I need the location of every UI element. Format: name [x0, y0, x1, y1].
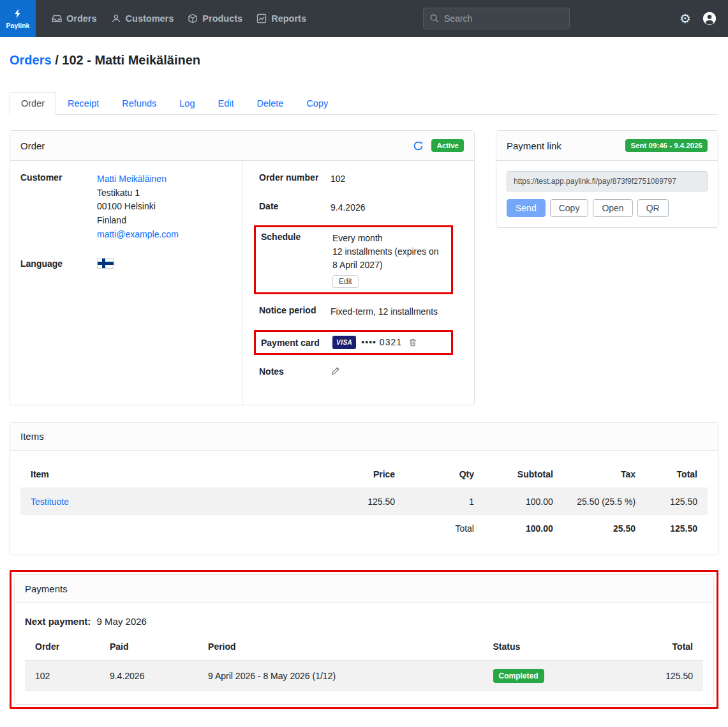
- customer-panel: Customer Matti Meikäläinen Testikatu 1 0…: [10, 161, 242, 405]
- total-subtotal: 100.00: [484, 515, 563, 542]
- tab-order[interactable]: Order: [10, 92, 56, 115]
- total-label: Total: [405, 515, 484, 542]
- page-title: 102 - Matti Meikäläinen: [62, 53, 200, 67]
- finland-flag-icon: [97, 258, 114, 269]
- total-total: 125.50: [646, 515, 708, 542]
- col-paid: Paid: [100, 633, 198, 661]
- order-number-label: Order number: [259, 172, 331, 186]
- notice-period-value: Fixed-term, 12 installments: [331, 305, 438, 319]
- completed-badge: Completed: [493, 669, 544, 683]
- col-ptotal: Total: [632, 633, 703, 661]
- customer-name-link[interactable]: Matti Meikäläinen: [97, 174, 167, 184]
- card-masked-number: •••• 0321: [361, 336, 402, 349]
- item-total: 125.50: [646, 488, 708, 516]
- paylink-logo[interactable]: Paylink: [0, 0, 36, 37]
- payment-link-buttons: Send Copy Open QR: [507, 199, 708, 217]
- col-qty: Qty: [405, 461, 484, 488]
- annotation-box-payment-card: Payment card VISA •••• 0321: [254, 330, 453, 355]
- col-total: Total: [646, 461, 708, 488]
- copy-button[interactable]: Copy: [550, 199, 589, 217]
- order-card-header: Order Active: [10, 131, 474, 161]
- annotation-box-schedule: Schedule Every month 12 installments (ex…: [254, 225, 453, 294]
- col-period: Period: [198, 633, 482, 661]
- order-tabs: Order Receipt Refunds Log Edit Delete Co…: [10, 92, 718, 115]
- schedule-installments: 12 installments (expires on 8 April 2027…: [332, 246, 439, 270]
- tab-refunds[interactable]: Refunds: [110, 92, 168, 115]
- item-qty: 1: [405, 488, 484, 516]
- nav-item-orders[interactable]: Orders: [45, 0, 104, 37]
- payment-link-url-input[interactable]: [507, 171, 708, 191]
- annotation-box-payments: Payments Next payment: 9 May 2026 Order …: [10, 570, 718, 709]
- brand-label: Paylink: [6, 22, 30, 29]
- address-line: Finland: [97, 215, 126, 225]
- items-card-header: Items: [10, 423, 718, 451]
- items-header-row: Item Price Qty Subtotal Tax Total: [20, 461, 708, 488]
- customer-label: Customer: [20, 172, 97, 241]
- tab-edit[interactable]: Edit: [206, 92, 245, 115]
- tab-log[interactable]: Log: [168, 92, 206, 115]
- item-subtotal: 100.00: [484, 488, 563, 516]
- schedule-label: Schedule: [261, 232, 332, 288]
- nav-item-customers[interactable]: Customers: [104, 0, 181, 37]
- order-details-panel: Order number 102 Date 9.4.2026 Schedule …: [242, 161, 474, 405]
- total-tax: 25.50: [563, 515, 646, 542]
- qr-button[interactable]: QR: [637, 199, 669, 217]
- breadcrumb-separator: /: [55, 53, 59, 67]
- date-value: 9.4.2026: [331, 201, 366, 214]
- pencil-icon[interactable]: [331, 366, 340, 377]
- payment-card-label: Payment card: [261, 338, 332, 348]
- visa-badge: VISA: [332, 336, 356, 349]
- refresh-icon[interactable]: [413, 140, 424, 151]
- sent-badge: Sent 09:46 - 9.4.2026: [625, 139, 708, 152]
- item-row: Testituote 125.50 1 100.00 25.50 (25.5 %…: [20, 488, 708, 516]
- payments-title: Payments: [25, 583, 68, 594]
- next-payment: Next payment: 9 May 2026: [15, 603, 713, 631]
- tab-copy[interactable]: Copy: [295, 92, 339, 115]
- avatar[interactable]: [702, 11, 717, 26]
- schedule-edit-button[interactable]: Edit: [332, 275, 359, 288]
- spacer: [313, 0, 415, 37]
- col-item: Item: [20, 461, 323, 488]
- open-button[interactable]: Open: [593, 199, 632, 217]
- schedule-frequency: Every month: [332, 233, 383, 243]
- gear-icon[interactable]: ⚙: [680, 12, 691, 25]
- box-icon: [188, 13, 198, 24]
- nav-label: Orders: [66, 13, 97, 24]
- payment-paid: 9.4.2026: [100, 661, 198, 692]
- payment-link-title: Payment link: [507, 140, 561, 151]
- nav-item-reports[interactable]: Reports: [249, 0, 313, 37]
- items-title: Items: [20, 431, 44, 442]
- language-label: Language: [20, 259, 97, 269]
- breadcrumb: Orders / 102 - Matti Meikäläinen: [10, 53, 718, 68]
- navbar-right: ⚙: [680, 0, 728, 37]
- col-subtotal: Subtotal: [484, 461, 563, 488]
- tab-delete[interactable]: Delete: [245, 92, 295, 115]
- items-card: Items Item Price Qty Subtotal Tax Total: [10, 422, 718, 555]
- order-number-value: 102: [331, 172, 345, 186]
- next-payment-value: 9 May 2026: [97, 616, 147, 627]
- col-order: Order: [25, 633, 100, 661]
- items-table: Item Price Qty Subtotal Tax Total Testit…: [20, 461, 708, 542]
- search-input[interactable]: [423, 8, 570, 29]
- breadcrumb-orders-link[interactable]: Orders: [10, 53, 52, 67]
- trash-icon[interactable]: [408, 338, 417, 347]
- payments-table: Order Paid Period Status Total 102 9.4.2…: [25, 633, 703, 691]
- customer-email-link[interactable]: matti@example.com: [97, 229, 179, 239]
- payment-row: 102 9.4.2026 9 April 2026 - 8 May 2026 (…: [25, 661, 703, 692]
- inbox-icon: [52, 13, 62, 24]
- send-button[interactable]: Send: [507, 199, 546, 217]
- col-status: Status: [483, 633, 632, 661]
- nav-label: Reports: [271, 13, 306, 24]
- item-name-link[interactable]: Testituote: [31, 497, 69, 507]
- search-box: [423, 8, 570, 29]
- payments-card-header: Payments: [15, 575, 713, 603]
- tab-receipt[interactable]: Receipt: [56, 92, 110, 115]
- payments-header-row: Order Paid Period Status Total: [25, 633, 703, 661]
- person-icon: [111, 13, 121, 24]
- nav-item-products[interactable]: Products: [181, 0, 249, 37]
- payment-link-header: Payment link Sent 09:46 - 9.4.2026: [496, 131, 718, 161]
- payment-total: 125.50: [632, 661, 703, 692]
- address-line: Testikatu 1: [97, 188, 140, 198]
- items-total-row: Total 100.00 25.50 125.50: [20, 515, 708, 542]
- status-badge: Active: [431, 139, 464, 152]
